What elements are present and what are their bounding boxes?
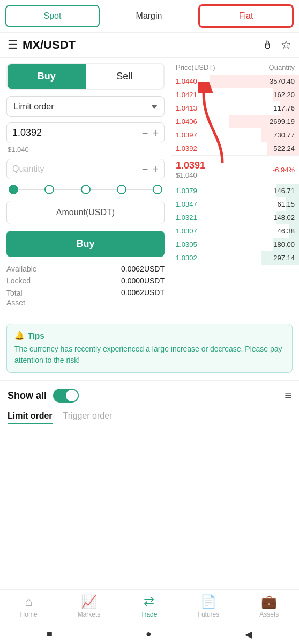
ask-price: 1.0440 (176, 77, 197, 85)
tab-limit-order[interactable]: Limit order (8, 411, 53, 424)
nav-assets[interactable]: 💼 Assets (259, 594, 279, 618)
home-icon: ⌂ (25, 594, 33, 609)
slider-line-1 (18, 189, 44, 190)
show-all-left: Show all (8, 389, 79, 402)
total-asset-row: TotalAsset 0.0062USDT (6, 288, 165, 308)
bid-qty: 46.38 (277, 227, 295, 235)
show-all-label: Show all (8, 390, 47, 401)
top-tabs: Spot Margin Fiat (0, 0, 299, 33)
tab-trigger-order[interactable]: Trigger order (63, 411, 113, 424)
buy-button[interactable]: Buy (8, 64, 86, 89)
header-qty: Quantity (269, 63, 295, 71)
ask-row[interactable]: 1.0392522.24 (171, 142, 299, 155)
price-hint: $1.040 (6, 145, 165, 153)
main-content: Buy Sell Limit order − + $1.040 Quantity… (0, 58, 299, 316)
price-increment[interactable]: + (152, 128, 159, 138)
android-square[interactable]: ■ (47, 628, 53, 640)
bid-row[interactable]: 1.030746.38 (171, 224, 299, 238)
ask-row[interactable]: 1.04403570.40 (171, 75, 299, 88)
assets-label: Assets (259, 611, 279, 618)
bid-row[interactable]: 1.0302297.14 (171, 251, 299, 265)
sell-button[interactable]: Sell (86, 64, 164, 89)
ask-qty: 730.77 (273, 131, 295, 139)
ask-price: 1.0392 (176, 144, 197, 152)
bid-price: 1.0305 (176, 240, 197, 248)
bid-row[interactable]: 1.0321148.02 (171, 211, 299, 224)
tab-margin[interactable]: Margin (103, 6, 195, 26)
buy-action-button[interactable]: Buy (6, 231, 165, 257)
pair-title: MX/USDT (23, 38, 261, 52)
bid-price: 1.0307 (176, 227, 197, 235)
quantity-placeholder: Quantity (12, 164, 142, 174)
slider-0[interactable] (9, 185, 18, 194)
balance-info: Available 0.0062USDT Locked 0.0000USDT T… (6, 265, 165, 308)
menu-icon[interactable]: ☰ (8, 38, 18, 52)
slider-25[interactable] (44, 185, 54, 194)
ask-row[interactable]: 1.0413117.76 (171, 101, 299, 115)
total-asset-value: 0.0062USDT (121, 288, 165, 308)
bottom-nav: ⌂ Home 📈 Markets ⇄ Trade 📄 Futures 💼 Ass… (0, 589, 299, 623)
toggle-knob (66, 390, 78, 401)
amount-button[interactable]: Amount(USDT) (6, 201, 165, 224)
percentage-slider[interactable] (6, 185, 165, 194)
slider-line-3 (91, 189, 117, 190)
show-all-row: Show all ≡ (0, 380, 299, 407)
nav-futures[interactable]: 📄 Futures (198, 594, 220, 618)
slider-50[interactable] (81, 185, 91, 194)
android-triangle[interactable]: ◀ (245, 628, 252, 640)
nav-markets[interactable]: 📈 Markets (78, 594, 101, 618)
markets-label: Markets (78, 611, 101, 618)
trade-icon: ⇄ (144, 594, 154, 609)
slider-100[interactable] (153, 185, 162, 194)
bid-qty: 148.02 (273, 214, 295, 222)
slider-75[interactable] (117, 185, 126, 194)
orderbook-header: Price(USDT) Quantity (171, 61, 299, 75)
price-input[interactable] (12, 127, 142, 138)
price-decrement[interactable]: − (142, 128, 148, 138)
candlestick-icon[interactable]: 🕯 (261, 38, 273, 52)
ask-qty: 162.20 (273, 91, 295, 99)
ask-qty: 3570.40 (270, 77, 295, 85)
tab-fiat[interactable]: Fiat (198, 4, 294, 28)
bid-rows: 1.0379146.711.034761.151.0321148.021.030… (171, 184, 299, 265)
nav-trade[interactable]: ⇄ Trade (141, 594, 158, 618)
ask-price: 1.0421 (176, 91, 197, 99)
tab-spot[interactable]: Spot (5, 5, 100, 27)
available-value: 0.0062USDT (121, 265, 165, 273)
slider-line-4 (126, 189, 153, 190)
star-icon[interactable]: ☆ (281, 38, 291, 52)
current-price-usd: $1.040 (176, 171, 205, 179)
current-price-row: 1.0391 $1.040 -6.94% (171, 155, 299, 184)
ask-qty: 117.76 (273, 104, 295, 112)
quantity-controls: − + (142, 164, 159, 174)
ask-qty: 522.24 (273, 144, 295, 152)
android-circle[interactable]: ● (146, 628, 152, 640)
bid-price: 1.0321 (176, 214, 197, 222)
bid-row[interactable]: 1.034761.15 (171, 197, 299, 211)
locked-row: Locked 0.0000USDT (6, 276, 165, 285)
ask-row[interactable]: 1.0397730.77 (171, 128, 299, 142)
buy-sell-toggle: Buy Sell (6, 63, 165, 90)
list-icon[interactable]: ≡ (285, 389, 291, 402)
price-controls: − + (142, 128, 159, 138)
bid-qty: 297.14 (273, 254, 295, 262)
nav-home[interactable]: ⌂ Home (20, 594, 38, 618)
ask-row[interactable]: 1.0421162.20 (171, 88, 299, 101)
locked-value: 0.0000USDT (121, 276, 165, 285)
markets-icon: 📈 (81, 594, 97, 609)
bid-qty: 146.71 (273, 187, 295, 195)
bid-qty: 180.00 (273, 240, 295, 248)
ask-price: 1.0406 (176, 118, 197, 126)
futures-icon: 📄 (200, 594, 216, 609)
bid-row[interactable]: 1.0379146.71 (171, 184, 299, 197)
locked-label: Locked (6, 276, 31, 285)
ask-price: 1.0413 (176, 104, 197, 112)
header: ☰ MX/USDT 🕯 ☆ (0, 33, 299, 58)
quantity-decrement[interactable]: − (142, 164, 148, 174)
bid-row[interactable]: 1.0305180.00 (171, 238, 299, 251)
show-all-toggle[interactable] (53, 389, 79, 402)
tips-text: The currency has recently experienced a … (14, 343, 285, 366)
quantity-increment[interactable]: + (152, 164, 159, 174)
order-type-select[interactable]: Limit order (6, 96, 165, 117)
ask-row[interactable]: 1.04062699.19 (171, 115, 299, 128)
